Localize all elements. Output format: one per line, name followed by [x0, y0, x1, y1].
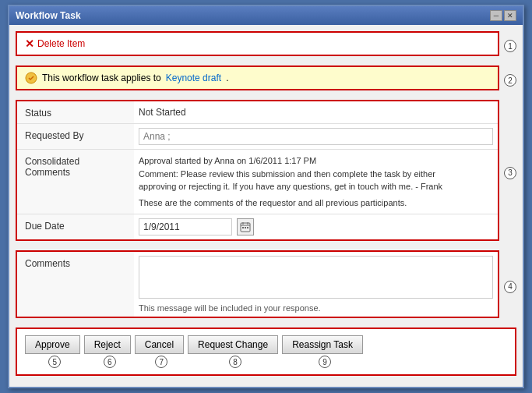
consolidated-line2: Comment: Please review this submission a…	[139, 168, 493, 181]
cancel-button[interactable]: Cancel	[135, 335, 184, 354]
consolidated-comments-row: Consolidated Comments Approval started b…	[17, 150, 498, 214]
section-form: Status Not Started Requested By Consolid…	[16, 100, 499, 241]
window-body: ✕ Delete Item 1 This workflow task appli…	[9, 25, 523, 387]
svg-rect-7	[247, 227, 248, 228]
due-date-controls	[139, 218, 493, 235]
svg-rect-6	[245, 227, 246, 228]
workflow-task-window: Workflow Task ─ ✕ ✕ Delete Item 1	[8, 5, 524, 388]
status-value: Not Started	[134, 101, 498, 123]
comments-field: This message will be included in your re…	[134, 252, 498, 317]
btn6-badge: 6	[104, 356, 116, 368]
comments-label: Comments	[17, 252, 134, 317]
delete-item-link[interactable]: ✕ Delete Item	[25, 37, 85, 50]
delete-section: ✕ Delete Item	[17, 33, 498, 55]
section2-badge: 2	[504, 74, 516, 87]
requested-by-input[interactable]	[139, 128, 493, 145]
due-date-input[interactable]	[139, 218, 232, 235]
section-workflow-info: This workflow task applies to Keynote dr…	[16, 66, 499, 90]
button-row: Approve 5 Reject 6 Cancel 7 Request Ch	[25, 335, 507, 368]
consolidated-comments-label: Consolidated Comments	[17, 150, 134, 214]
keynote-draft-link[interactable]: Keynote draft	[166, 73, 221, 83]
comments-row: Comments This message will be included i…	[17, 252, 498, 317]
section-buttons: Approve 5 Reject 6 Cancel 7 Request Ch	[16, 328, 516, 376]
btn5-badge: 5	[48, 356, 61, 368]
calendar-svg	[240, 221, 251, 232]
delete-item-label: Delete Item	[37, 38, 85, 49]
consolidated-line1: Approval started by Anna on 1/6/2011 1:1…	[139, 154, 493, 168]
comments-hint: This message will be included in your re…	[139, 303, 493, 313]
info-icon	[25, 72, 37, 84]
svg-rect-5	[242, 227, 244, 228]
comments-textarea[interactable]	[139, 256, 493, 299]
reassign-task-button[interactable]: Reassign Task	[282, 335, 363, 354]
consolidated-comments-value: Approval started by Anna on 1/6/2011 1:1…	[134, 150, 498, 214]
calendar-icon[interactable]	[237, 218, 254, 235]
minimize-button[interactable]: ─	[490, 10, 502, 21]
requested-by-field	[134, 124, 498, 149]
btn7-badge: 7	[155, 356, 167, 368]
due-date-row: Due Date	[17, 214, 498, 239]
due-date-field	[134, 214, 498, 239]
section-comments: Comments This message will be included i…	[16, 250, 499, 318]
window-title: Workflow Task	[16, 10, 81, 21]
reject-button[interactable]: Reject	[84, 335, 131, 354]
status-row: Status Not Started	[17, 101, 498, 124]
section3-badge: 3	[504, 167, 516, 179]
consolidated-text: Approval started by Anna on 1/6/2011 1:1…	[139, 154, 493, 209]
workflow-info-text-before: This workflow task applies to	[42, 73, 161, 83]
status-label: Status	[17, 101, 134, 123]
buttons-bar: Approve 5 Reject 6 Cancel 7 Request Ch	[17, 329, 515, 374]
consolidated-line4: These are the comments of the requestor …	[139, 196, 493, 210]
section-delete: ✕ Delete Item	[16, 31, 499, 56]
workflow-info-text-after: .	[226, 73, 228, 83]
section4-badge: 4	[504, 281, 516, 293]
workflow-info-bar: This workflow task applies to Keynote dr…	[17, 67, 498, 89]
consolidated-line3: approving or rejecting it. If you have a…	[139, 180, 493, 193]
title-bar-controls: ─ ✕	[490, 10, 516, 21]
delete-x-icon: ✕	[25, 37, 34, 50]
close-button[interactable]: ✕	[504, 10, 516, 21]
due-date-label: Due Date	[17, 214, 134, 239]
btn8-badge: 8	[229, 356, 241, 368]
approve-button[interactable]: Approve	[25, 335, 80, 354]
section1-badge: 1	[504, 40, 516, 52]
btn9-badge: 9	[319, 356, 331, 368]
request-change-button[interactable]: Request Change	[188, 335, 278, 354]
requested-by-label: Requested By	[17, 124, 134, 149]
requested-by-row: Requested By	[17, 124, 498, 150]
title-bar: Workflow Task ─ ✕	[9, 6, 523, 25]
